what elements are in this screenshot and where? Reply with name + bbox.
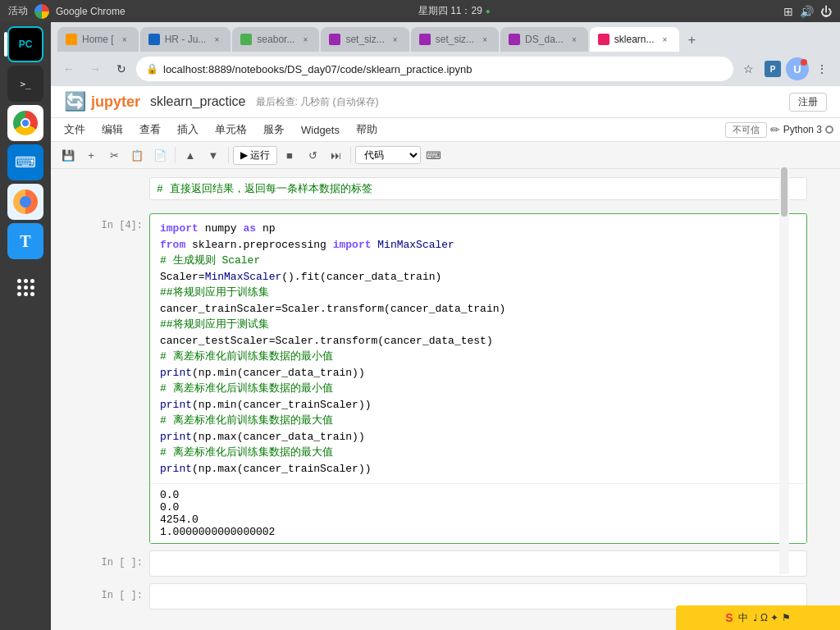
tab-seaborn[interactable]: seabor... × <box>232 27 319 52</box>
activities-label[interactable]: 活动 <box>8 4 28 18</box>
tab-close-set2[interactable]: × <box>479 34 491 45</box>
sep3 <box>350 147 351 163</box>
reload-button[interactable]: ↻ <box>110 57 133 80</box>
copy-button[interactable]: 📋 <box>126 145 148 165</box>
tab-label-home: Home [ <box>82 34 114 45</box>
cell-1-content[interactable]: import numpy as np from sklearn.preproce… <box>149 213 807 544</box>
cell-3-prompt: In [ ]: <box>84 583 149 609</box>
python-indicator: Python 3 <box>783 124 833 135</box>
dock-icon-text-editor[interactable]: T <box>7 223 43 259</box>
tab-close-home[interactable]: × <box>119 34 130 45</box>
tab-close-seaborn[interactable]: × <box>299 34 311 45</box>
text-editor-label: T <box>20 232 30 251</box>
python-ext-icon: P <box>765 61 781 77</box>
menu-file[interactable]: 文件 <box>57 120 92 139</box>
cell-2-content[interactable] <box>149 550 807 577</box>
profile-icon[interactable]: U <box>786 57 809 80</box>
terminal-label: >_ <box>20 79 30 89</box>
dock-icon-vscode[interactable]: ⌨ <box>7 144 43 180</box>
cell-1-code[interactable]: import numpy as np from sklearn.preproce… <box>150 214 806 483</box>
dock-icon-apps[interactable] <box>7 269 43 305</box>
kernel-status-icon <box>825 126 833 134</box>
dock-icon-terminal[interactable]: >_ <box>7 66 43 102</box>
output-text: 0.0 0.0 4254.0 1.0000000000000002 <box>160 489 275 538</box>
dock-icon-pycharm[interactable]: PC <box>7 26 43 62</box>
tab-close-hr[interactable]: × <box>211 34 222 45</box>
extensions-icon[interactable]: P <box>761 57 784 80</box>
tab-home[interactable]: Home [ × <box>57 27 139 52</box>
chrome-icon <box>13 111 38 135</box>
save-button[interactable]: 💾 <box>57 145 79 165</box>
tab-sklearn[interactable]: sklearn... × <box>590 27 679 52</box>
power-icon[interactable]: ⏻ <box>820 5 832 18</box>
back-button[interactable]: ← <box>57 57 80 80</box>
menu-kernel[interactable]: 服务 <box>257 120 291 139</box>
toolbar-right-icons: ☆ P U ⋮ <box>737 57 833 80</box>
tab-close-set1[interactable]: × <box>390 34 401 45</box>
system-bar: 活动 Google Chrome 星期四 11：29 ● ⊞ 🔊 ⏻ <box>0 0 840 22</box>
menu-cell[interactable]: 单元格 <box>208 120 253 139</box>
tab-close-ds[interactable]: × <box>568 34 580 45</box>
tab-hr[interactable]: HR - Ju... × <box>140 27 231 52</box>
run-button[interactable]: ▶ 运行 <box>233 146 277 165</box>
cut-button[interactable]: ✂ <box>103 145 125 165</box>
jupyter-logo-icon: 🔄 <box>64 91 86 112</box>
cell-type-select[interactable]: 代码 Markdown Raw <box>355 146 421 164</box>
volume-icon[interactable]: 🔊 <box>800 5 814 18</box>
new-tab-button[interactable]: + <box>681 29 704 52</box>
pre-cell-spacer <box>84 177 149 207</box>
move-up-button[interactable]: ▲ <box>180 145 201 165</box>
chrome-taskbar-icon[interactable] <box>34 4 49 19</box>
cell-1-output: 0.0 0.0 4254.0 1.0000000000000002 <box>150 483 806 543</box>
menu-help[interactable]: 帮助 <box>349 120 384 139</box>
forward-button[interactable]: → <box>84 57 107 80</box>
datetime-label: 星期四 11：29 <box>418 4 482 18</box>
scrollbar-thumb[interactable] <box>781 169 788 217</box>
tab-label-seaborn: seabor... <box>257 34 294 45</box>
address-box[interactable]: 🔒 localhost:8889/notebooks/DS_day07/code… <box>136 57 733 81</box>
tab-ds-day[interactable]: DS_da... × <box>500 27 588 52</box>
last-saved: 最后检查: 几秒前 (自动保存) <box>256 95 379 109</box>
dock-icon-firefox[interactable] <box>7 184 43 220</box>
pre-comment-text: # 直接返回结果，返回每一条样本数据的标签 <box>157 183 372 195</box>
tab-favicon-seaborn <box>240 34 252 45</box>
cell-2-prompt: In [ ]: <box>84 550 149 577</box>
pre-cell-area: # 直接返回结果，返回每一条样本数据的标签 <box>84 177 807 207</box>
firefox-icon <box>13 189 38 214</box>
bookmark-star-icon[interactable]: ☆ <box>737 57 760 80</box>
menu-insert[interactable]: 插入 <box>171 120 205 139</box>
tab-label-ds: DS_da... <box>525 34 564 45</box>
edit-icon[interactable]: ✏ <box>770 123 780 136</box>
tab-favicon-home <box>66 34 77 45</box>
trusted-button[interactable]: 不可信 <box>725 122 767 138</box>
paste-button[interactable]: 📄 <box>149 145 171 165</box>
menu-icon[interactable]: ⋮ <box>810 57 833 80</box>
restart-run-button[interactable]: ⏭ <box>325 145 346 165</box>
interrupt-button[interactable]: ■ <box>279 145 300 165</box>
tab-set-size-2[interactable]: set_siz... × <box>411 27 499 52</box>
scrollbar[interactable] <box>779 169 789 574</box>
jupyter-header: 🔄 jupyter sklearn_practice 最后检查: 几秒前 (自动… <box>51 86 840 118</box>
network-icon[interactable]: ⊞ <box>783 5 793 18</box>
tab-favicon-sklearn <box>598 34 609 45</box>
sep1 <box>175 147 176 163</box>
restart-button[interactable]: ↺ <box>302 145 323 165</box>
recording-indicator: ● <box>486 7 491 16</box>
ime-label: 中 <box>738 611 748 625</box>
tab-set-size-1[interactable]: set_siz... × <box>321 27 409 52</box>
tab-favicon-ds <box>509 34 520 45</box>
register-button[interactable]: 注册 <box>789 93 827 112</box>
cell-1-prompt: In [4]: <box>84 213 149 544</box>
tab-close-sklearn[interactable]: × <box>660 34 671 45</box>
tab-label-set2: set_siz... <box>436 34 474 45</box>
notebook-area[interactable]: # 直接返回结果，返回每一条样本数据的标签 In [4]: import num… <box>51 169 840 630</box>
menu-edit[interactable]: 编辑 <box>95 120 130 139</box>
move-down-button[interactable]: ▼ <box>203 145 224 165</box>
menu-widgets[interactable]: Widgets <box>294 121 346 139</box>
dock-icon-chrome[interactable] <box>7 105 43 141</box>
add-cell-button[interactable]: + <box>80 145 102 165</box>
keyboard-shortcuts-button[interactable]: ⌨ <box>422 145 444 165</box>
menu-view[interactable]: 查看 <box>133 120 167 139</box>
app-name-label: Google Chrome <box>56 6 126 17</box>
notebook-name[interactable]: sklearn_practice <box>150 94 246 109</box>
